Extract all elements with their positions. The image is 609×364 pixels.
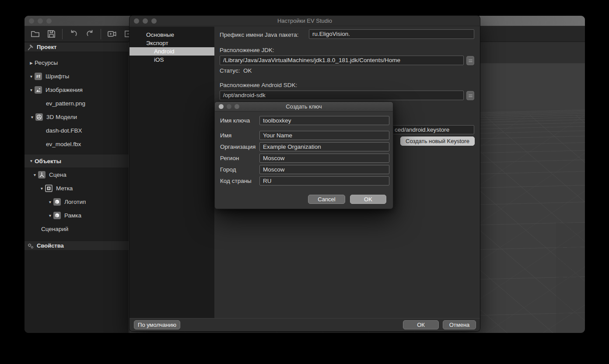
zoom-button[interactable] [234, 104, 239, 109]
expand-arrow-open-icon[interactable]: ▼ [28, 88, 35, 92]
zoom-button[interactable] [151, 18, 157, 24]
cube-icon [53, 198, 61, 206]
field-input[interactable]: Moscow [259, 165, 389, 174]
folder-icon[interactable] [30, 29, 40, 39]
tree-item[interactable]: dash-dot.FBX [24, 124, 129, 137]
tree-item-label: Рамка [64, 212, 81, 219]
tree-item[interactable]: ev_model.fbx [24, 137, 129, 151]
expand-arrow-open-icon[interactable]: ▼ [29, 115, 35, 119]
tree-item-label: Сцена [49, 172, 66, 178]
field-input[interactable]: Moscow [259, 154, 389, 163]
tree-item[interactable]: ▼3D Модели [24, 110, 129, 124]
java-prefix-label: Префикс имени Java пакета: [220, 32, 299, 38]
close-button[interactable] [29, 18, 34, 24]
jdk-browse-button[interactable] [466, 56, 474, 65]
properties-panel-title: Свойства [37, 242, 64, 249]
expand-arrow-open-icon[interactable]: ▼ [28, 74, 35, 79]
create-key-dialog: Создать ключ Имя ключаtoolboxkeyИмяYour … [214, 102, 393, 209]
settings-nav-item-ios[interactable]: iOS [130, 56, 214, 64]
settings-titlebar[interactable]: Настройки EV Studio [130, 16, 480, 26]
dialog-titlebar[interactable]: Создать ключ [215, 102, 393, 112]
save-icon[interactable] [46, 29, 56, 39]
field-input[interactable]: Your Name [259, 131, 389, 140]
sdk-location-label: Расположение Android SDK: [220, 82, 297, 88]
field-label: Имя [220, 132, 231, 139]
settings-nav-item-android[interactable]: Android [130, 47, 214, 56]
tree-item-label: ev_model.fbx [46, 141, 81, 147]
expand-arrow-open-icon[interactable]: ▼ [47, 200, 53, 204]
tree-item[interactable]: ▶Ресурсы [24, 56, 129, 70]
dialog-ok-button[interactable]: OK [350, 195, 386, 204]
field-input[interactable]: RU [259, 176, 389, 186]
field-label: Организация [220, 144, 256, 150]
expand-arrow-closed-icon[interactable]: ▶ [28, 61, 35, 65]
tree-item[interactable]: ▼Сцена [24, 168, 129, 182]
jdk-location-label: Расположение JDK: [220, 47, 274, 53]
sdk-browse-button[interactable] [466, 91, 474, 100]
field-label: Код страны [220, 178, 252, 184]
jdk-status: Статус: OK [220, 67, 252, 74]
settings-nav-item-основные[interactable]: Основные [130, 31, 214, 39]
hammer-icon [27, 44, 34, 51]
field-label: Регион [220, 155, 239, 161]
tree-item-label: 3D Модели [46, 114, 77, 120]
tree-item-label: Ресурсы [35, 60, 58, 66]
settings-cancel-button[interactable]: Отмена [443, 320, 476, 329]
project-sidebar: Проект ▶Ресурсы▼FfШрифты▼Изображенияev_p… [24, 42, 129, 333]
create-keystore-button[interactable]: Создать новый Keystore [400, 136, 475, 146]
tree-item[interactable]: ▼Рамка [24, 209, 129, 222]
settings-ok-button[interactable]: ОК [403, 320, 439, 329]
settings-footer: По умолчанию ОК Отмена [130, 318, 480, 331]
minimize-button[interactable] [38, 18, 43, 24]
video-export-icon[interactable] [107, 29, 117, 39]
expand-arrow-open-icon[interactable]: ▼ [47, 214, 53, 218]
field-label: Имя ключа [220, 117, 250, 124]
expand-arrow-open-icon[interactable]: ▼ [38, 186, 45, 191]
tree-item-label: ev_pattern.png [46, 100, 85, 107]
java-prefix-input[interactable]: ru.EligoVision. [309, 29, 474, 39]
toolbar-separator [62, 29, 63, 39]
properties-panel-header[interactable]: Свойства [24, 241, 129, 251]
dialog-title: Создать ключ [286, 103, 322, 110]
dialog-cancel-button[interactable]: Cancel [308, 195, 345, 204]
tree-item[interactable]: ▼Логотип [24, 195, 129, 209]
zoom-button[interactable] [46, 18, 52, 24]
tree-item-label: Объекты [35, 158, 61, 164]
redo-icon[interactable] [84, 29, 95, 39]
project-panel-title: Проект [37, 44, 56, 50]
tree-item[interactable]: ev_pattern.png [24, 97, 129, 110]
sdk-path-input[interactable]: /opt/android-sdk [220, 91, 464, 100]
undo-icon[interactable] [68, 29, 79, 39]
settings-window-title: Настройки EV Studio [277, 18, 332, 24]
tree-item[interactable]: Сценарий [24, 222, 129, 236]
minimize-button[interactable] [143, 18, 148, 24]
model3d-icon [35, 113, 43, 121]
close-button[interactable] [219, 104, 224, 109]
tree-item[interactable]: ▼Изображения [24, 83, 129, 97]
field-input[interactable]: Example Organization [259, 142, 389, 151]
expand-arrow-open-icon[interactable]: ▼ [28, 159, 35, 163]
project-tree: ▶Ресурсы▼FfШрифты▼Изображенияev_pattern.… [24, 52, 129, 236]
minimize-button[interactable] [227, 104, 231, 109]
settings-nav-item-экспорт[interactable]: Экспорт [130, 39, 214, 47]
tree-item-label: dash-dot.FBX [46, 127, 82, 134]
close-button[interactable] [134, 18, 139, 24]
project-panel-header[interactable]: Проект [24, 42, 129, 52]
settings-nav: ОсновныеЭкспортAndroidiOS [130, 27, 214, 318]
expand-arrow-open-icon[interactable]: ▼ [32, 173, 38, 177]
tree-item-label: Изображения [46, 87, 83, 93]
scene-icon [38, 171, 46, 178]
jdk-path-input[interactable]: /Library/Java/JavaVirtualMachines/jdk1.8… [220, 56, 464, 65]
tree-item[interactable]: ▼FfШрифты [24, 70, 129, 83]
defaults-button[interactable]: По умолчанию [134, 320, 180, 329]
field-input[interactable]: toolboxkey [259, 116, 389, 125]
tree-item[interactable]: ▼Объекты [24, 154, 129, 168]
tree-item[interactable]: ▼Метка [24, 182, 129, 195]
keystore-path-input[interactable]: ced/android.keystore [391, 125, 474, 134]
marker-icon [45, 185, 52, 192]
status-value: OK [243, 67, 252, 74]
screen: Проект ▶Ресурсы▼FfШрифты▼Изображенияev_p… [0, 0, 609, 364]
image-icon [35, 86, 42, 94]
tree-item-label: Сценарий [41, 226, 68, 232]
font-icon: Ff [35, 73, 42, 80]
